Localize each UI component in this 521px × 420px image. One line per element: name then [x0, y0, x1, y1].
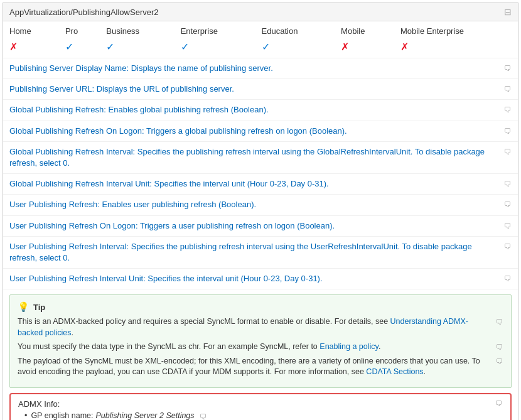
check-icon: ✓	[106, 41, 114, 52]
content-row: User Publishing Refresh On Logon: Trigge…	[3, 216, 518, 237]
content-row: Publishing Server URL: Displays the URL …	[3, 79, 518, 100]
val-enterprise: ✓	[175, 38, 255, 58]
compatibility-values-row: ✗ ✓ ✓ ✓ ✓ ✗ ✗	[3, 38, 518, 58]
comment-icon: 🗨	[504, 127, 512, 136]
admx-list: GP english name:Publishing Server 2 Sett…	[18, 411, 503, 420]
col-pro: Pro	[59, 21, 100, 38]
tip-line-text: You must specify the data type in the Sy…	[18, 342, 491, 353]
content-row-text: Global Publishing Refresh Interval: Spec…	[9, 146, 499, 169]
content-row-text: Publishing Server URL: Displays the URL …	[9, 83, 499, 95]
tip-link[interactable]: Enabling a policy	[320, 342, 379, 351]
cross-icon: ✗	[400, 41, 409, 52]
tip-line-text: This is an ADMX-backed policy and requir…	[18, 316, 491, 338]
header-icon: ⊟	[504, 7, 512, 17]
content-row-text: Global Publishing Refresh: Enables globa…	[9, 104, 499, 116]
val-mobile-enterprise: ✗	[394, 38, 518, 58]
content-row-text: Global Publishing Refresh On Logon: Trig…	[9, 126, 499, 137]
content-row-text: User Publishing Refresh On Logon: Trigge…	[9, 220, 499, 232]
comment-icon: 🗨	[496, 318, 503, 326]
col-business: Business	[100, 21, 174, 38]
val-pro: ✓	[59, 38, 100, 58]
admx-list-item: GP english name:Publishing Server 2 Sett…	[24, 411, 503, 420]
content-row: User Publishing Refresh Interval Unit: S…	[3, 269, 518, 289]
comment-icon: 🗨	[504, 105, 512, 114]
content-row-text: Publishing Server Display Name: Displays…	[9, 63, 499, 74]
content-row-text: User Publishing Refresh Interval: Specif…	[9, 241, 499, 264]
cross-icon: ✗	[9, 41, 18, 52]
content-row: Global Publishing Refresh: Enables globa…	[3, 100, 518, 121]
admx-list-row: GP english name:Publishing Server 2 Sett…	[31, 411, 207, 420]
tip-link[interactable]: CDATA Sections	[366, 367, 423, 376]
comment-icon: 🗨	[496, 343, 503, 352]
content-row-text: User Publishing Refresh: Enables user pu…	[9, 199, 499, 210]
page-title: AppVirtualization/PublishingAllowServer2	[9, 8, 159, 17]
tip-header: 💡 Tip	[18, 301, 503, 313]
content-row-text: User Publishing Refresh Interval Unit: S…	[9, 273, 499, 284]
content-row: Publishing Server Display Name: Displays…	[3, 58, 518, 79]
admx-box: ADMX Info: 🗨 GP english name:Publishing …	[9, 393, 512, 420]
comment-icon: 🗨	[504, 85, 512, 94]
col-mobile: Mobile	[335, 21, 394, 38]
comment-icon: 🗨	[504, 242, 512, 251]
content-row: User Publishing Refresh Interval: Specif…	[3, 237, 518, 269]
tip-line: You must specify the data type in the Sy…	[18, 342, 503, 353]
tip-title: Tip	[33, 303, 45, 312]
page-header: AppVirtualization/PublishingAllowServer2…	[3, 3, 518, 21]
val-business: ✓	[100, 38, 174, 58]
comment-icon: 🗨	[200, 412, 207, 420]
admx-item-content: GP english name:Publishing Server 2 Sett…	[31, 411, 194, 420]
comment-icon: 🗨	[504, 64, 512, 73]
content-row-text: Global Publishing Refresh Interval Unit:…	[9, 178, 499, 190]
compatibility-table: Home Pro Business Enterprise Education M…	[3, 21, 518, 58]
content-row: User Publishing Refresh: Enables user pu…	[3, 195, 518, 215]
comment-icon: 🗨	[504, 274, 512, 283]
admx-item-value: Publishing Server 2 Settings	[96, 411, 195, 420]
tip-line: The payload of the SyncML must be XML-en…	[18, 356, 503, 378]
admx-header: ADMX Info: 🗨	[18, 399, 503, 409]
tip-line: This is an ADMX-backed policy and requir…	[18, 316, 503, 338]
check-icon: ✓	[65, 41, 73, 52]
comment-icon: 🗨	[504, 222, 512, 230]
comment-icon: 🗨	[504, 180, 512, 188]
tip-link[interactable]: Understanding ADMX-backed policies	[18, 317, 468, 337]
comment-icon: 🗨	[504, 148, 512, 156]
comment-icon: 🗨	[496, 357, 503, 366]
tip-line-text: The payload of the SyncML must be XML-en…	[18, 356, 491, 378]
val-home: ✗	[3, 38, 59, 58]
compatibility-header-row: Home Pro Business Enterprise Education M…	[3, 21, 518, 38]
admx-item-label: GP english name:	[31, 411, 93, 420]
admx-title: ADMX Info:	[18, 399, 60, 409]
col-enterprise: Enterprise	[175, 21, 255, 38]
tip-bulb-icon: 💡	[18, 301, 30, 313]
val-education: ✓	[255, 38, 335, 58]
comment-icon: 🗨	[504, 200, 512, 209]
col-home: Home	[3, 21, 59, 38]
val-mobile: ✗	[335, 38, 394, 58]
col-education: Education	[255, 21, 335, 38]
content-rows: Publishing Server Display Name: Displays…	[3, 58, 518, 289]
tip-lines: This is an ADMX-backed policy and requir…	[18, 316, 503, 378]
content-row: Global Publishing Refresh Interval: Spec…	[3, 142, 518, 174]
col-mobile-enterprise: Mobile Enterprise	[394, 21, 518, 38]
content-row: Global Publishing Refresh On Logon: Trig…	[3, 121, 518, 142]
cross-icon: ✗	[341, 41, 349, 52]
admx-header-icon: 🗨	[495, 399, 503, 408]
content-row: Global Publishing Refresh Interval Unit:…	[3, 174, 518, 195]
page-wrapper: AppVirtualization/PublishingAllowServer2…	[3, 3, 518, 420]
tip-box: 💡 Tip This is an ADMX-backed policy and …	[9, 294, 512, 388]
check-icon: ✓	[262, 41, 270, 52]
check-icon: ✓	[181, 41, 189, 52]
